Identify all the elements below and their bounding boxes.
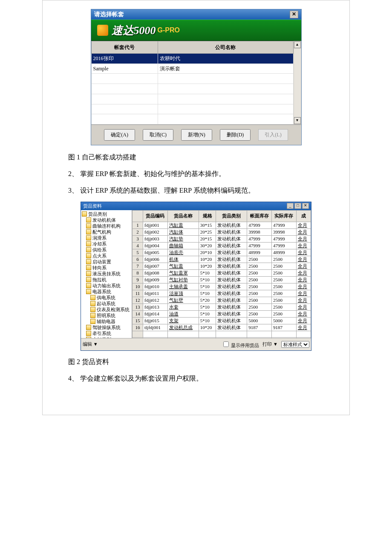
- cancel-button[interactable]: 取消(C): [143, 129, 173, 141]
- tree-node[interactable]: 起动系统: [90, 301, 131, 306]
- tree-node[interactable]: 电器系统: [86, 289, 131, 295]
- show-disabled-checkbox[interactable]: 显示停用货品: [222, 340, 259, 349]
- col-header: 实际库存: [272, 210, 297, 222]
- tree-node[interactable]: 冷却系: [86, 241, 131, 247]
- paragraph-4: 4、 学会建立帐套以及为帐套设置用户权限。: [68, 373, 349, 384]
- scroll-up-icon[interactable]: ▴: [294, 41, 301, 48]
- tree-node[interactable]: 照明系统: [90, 312, 131, 318]
- table-row[interactable]: 8fdjjt008气缸盖罩5*10发动机机体25002500全月: [133, 269, 311, 276]
- table-row[interactable]: 4fdjjt004曲轴箱30*20发动机机体4799947999全月: [133, 242, 311, 249]
- col-header: 帐面库存: [247, 210, 272, 222]
- tree-node[interactable]: 点火系: [86, 253, 131, 259]
- new-button[interactable]: 新增(N): [181, 129, 212, 141]
- brand-text: 速达5000: [112, 23, 156, 38]
- table-row[interactable]: Sample 演示帐套: [91, 64, 293, 74]
- scroll-down-icon[interactable]: ▾: [294, 117, 301, 124]
- category-tree[interactable]: 货品类别发动机机体曲轴连杆机构配气机构润滑系冷却系供给系点火系启动装置转向系液压…: [81, 210, 132, 338]
- tree-node[interactable]: 供电系统: [90, 295, 131, 301]
- table-row[interactable]: 3fdjjt003汽缸垫20*15发动机机体4799947999全月: [133, 235, 311, 242]
- tree-node[interactable]: 润滑系: [86, 235, 131, 241]
- col-header: 货品名称: [167, 210, 199, 222]
- minimize-icon[interactable]: _: [287, 203, 294, 209]
- tree-node[interactable]: 仪表及检测系统: [90, 306, 131, 312]
- tree-node[interactable]: 驾驶操纵系统: [86, 324, 131, 330]
- tree-node[interactable]: 转向系: [86, 265, 131, 271]
- tree-node[interactable]: 液压悬挂系统: [86, 271, 131, 277]
- table-row[interactable]: 2016张印 农耕时代: [91, 54, 293, 64]
- table-row[interactable]: 2fdjjt002汽缸体20*25发动机机体3999839998全月: [133, 228, 311, 235]
- caption-1: 图 1 自己帐套成功搭建: [68, 151, 349, 163]
- col-header: 规格: [199, 210, 216, 222]
- brand-logo-icon: [97, 25, 108, 36]
- tree-node[interactable]: 启动装置: [86, 259, 131, 265]
- brand-sub: G-PRO: [158, 26, 180, 34]
- tree-node[interactable]: 牵引系统: [86, 330, 131, 336]
- caption-2: 图 2 货品资料: [68, 356, 349, 367]
- table-row[interactable]: 11fdjjt011活塞顶5*10发动机机体25002500全月: [133, 290, 311, 297]
- tree-node[interactable]: 动力输出系统: [86, 283, 131, 289]
- tree-node[interactable]: 货品类别: [82, 211, 131, 217]
- ok-button[interactable]: 确定(A): [104, 129, 135, 141]
- brand-banner: 速达5000 G-PRO: [91, 20, 301, 41]
- edit-menu-button[interactable]: 编辑 ▼: [83, 341, 98, 347]
- table-row[interactable]: 14fdjjt014油道5*10发动机机体25002500全月: [133, 310, 311, 317]
- dialog-title: 请选择帐套: [94, 11, 124, 18]
- tree-node[interactable]: 曲轴连杆机构: [86, 223, 131, 229]
- scrollbar[interactable]: ▴ ▾: [294, 41, 301, 124]
- tree-node[interactable]: 辅助电器: [90, 318, 131, 324]
- table-row[interactable]: 15fdjjt015支架5*10发动机机体50005000全月: [133, 317, 311, 324]
- tree-node[interactable]: 发动机机体: [86, 217, 131, 223]
- col-header: 货品编码: [143, 210, 168, 222]
- table-row[interactable]: 9fdjjt009气缸衬垫5*10发动机机体25002500全月: [133, 276, 311, 283]
- close-icon[interactable]: ✕: [290, 11, 298, 18]
- table-row[interactable]: 5fdjjt005油底壳20*10发动机机体4899948999全月: [133, 249, 311, 256]
- col-header: [133, 210, 143, 222]
- col-company: 公司名称: [158, 41, 293, 54]
- account-table[interactable]: 帐套代号 公司名称 2016张印 农耕时代 Sample 演示帐套: [91, 41, 294, 124]
- table-row[interactable]: 1fdjjt001汽缸盖30*15发动机机体4799947999全月: [133, 222, 311, 228]
- delete-button[interactable]: 删除(D): [220, 129, 251, 141]
- scroll-thumb[interactable]: [294, 49, 301, 117]
- tree-node[interactable]: 拖拉机: [86, 277, 131, 283]
- table-row[interactable]: 13fdjjt013水套5*10发动机机体25002500全月: [133, 304, 311, 310]
- import-button: 引入(L): [258, 129, 288, 141]
- table-row[interactable]: 7fdjjt007气缸盖10*20发动机机体25002500全月: [133, 263, 311, 269]
- maximize-icon[interactable]: □: [294, 203, 301, 209]
- tree-node[interactable]: 未知类别: [86, 336, 131, 338]
- col-header: 货品类别: [216, 210, 247, 222]
- account-select-dialog: 请选择帐套 ✕ 速达5000 G-PRO 帐套代号 公司名称 2016张印 农耕…: [91, 9, 302, 145]
- table-row[interactable]: 12fdjjt012气缸壁5*20发动机机体25002500全月: [133, 297, 311, 304]
- col-code: 帐套代号: [91, 41, 158, 54]
- dialog-title: 货品资料: [83, 203, 102, 209]
- paragraph-2: 2、 掌握 ERP 帐套新建、初始化与维护的基本操作。: [68, 168, 349, 179]
- col-header: 成: [296, 210, 311, 222]
- product-info-dialog: 货品资料 _ □ ✕ 货品类别发动机机体曲轴连杆机构配气机构润滑系冷却系供给系点…: [81, 202, 311, 351]
- style-select[interactable]: 标准样式: [281, 341, 309, 348]
- close-icon[interactable]: ✕: [302, 203, 309, 209]
- table-row[interactable]: 6fdjjt006机体10*20发动机机体25002500全月: [133, 256, 311, 263]
- table-row[interactable]: 10fdjjt010主轴承盖5*10发动机机体25002500全月: [133, 283, 311, 290]
- tree-node[interactable]: 配气机构: [86, 229, 131, 235]
- print-button[interactable]: 打印 ▼: [262, 341, 278, 347]
- table-row[interactable]: 16tljfdj001发动机总成10*20发动机机体91879187全月: [133, 324, 311, 331]
- paragraph-3: 3、 设计 ERP 系统的基础数据、理解 ERP 系统物料编码规范。: [68, 185, 349, 196]
- product-table[interactable]: 货品编码货品名称规格货品类别帐面库存实际库存成1fdjjt001汽缸盖30*15…: [132, 210, 311, 338]
- tree-node[interactable]: 供给系: [86, 247, 131, 253]
